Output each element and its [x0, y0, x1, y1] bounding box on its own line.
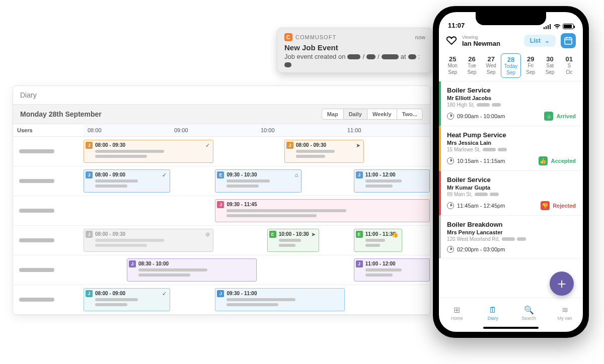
job-status-label: Arrived: [556, 113, 576, 119]
job-title: Boiler Breakdown: [447, 221, 576, 228]
date-number: 25: [443, 55, 462, 63]
notification-app: C COMMUSOFT: [284, 33, 336, 41]
redacted-text: [382, 54, 399, 59]
event-type-badge: E: [217, 171, 224, 178]
job-status-label: Rejected: [553, 203, 576, 209]
sent-icon: ➤: [356, 142, 360, 149]
diary-event[interactable]: E09:30 - 10:30⌂: [215, 169, 301, 193]
nav-icon: 🔍: [511, 305, 547, 315]
job-card[interactable]: Boiler ServiceMr Elliott Jacobs180 High …: [439, 81, 583, 126]
nav-label: Diary: [488, 316, 498, 321]
event-type-badge: J: [129, 260, 136, 267]
thumb-up-icon: 👍: [392, 231, 399, 238]
event-time: 08:00 - 09:30: [95, 142, 125, 148]
user-cell: [13, 196, 84, 225]
job-card[interactable]: Heat Pump ServiceMrs Jessica Lain15 Marl…: [439, 126, 583, 171]
job-title: Boiler Service: [447, 176, 576, 184]
diary-event[interactable]: J08:00 - 09:30➤: [284, 140, 364, 163]
nav-my-van[interactable]: ≋My van: [547, 305, 583, 321]
time-col: 10:00: [257, 124, 343, 136]
diary-row: J08:00 - 09:30⊘E10:00 - 10:30➤E11:00 - 1…: [13, 226, 430, 255]
nav-home[interactable]: ⊞Home: [439, 305, 475, 321]
redacted-text: [226, 179, 269, 183]
diary-event[interactable]: J09:30 - 11:45: [215, 199, 430, 222]
commusoft-logo-icon: C: [284, 33, 292, 41]
view-tab-daily[interactable]: Daily: [344, 109, 367, 120]
event-time: 08:00 - 09:00: [95, 291, 125, 296]
event-time: 10:00 - 10:30: [279, 231, 309, 237]
redacted-text: [226, 214, 316, 217]
notification-body: Job event created on // at :: [284, 53, 425, 67]
redacted-text: [483, 148, 496, 151]
date-cell[interactable]: 01SOc: [560, 53, 579, 78]
date-cell[interactable]: 28TodaySep: [501, 53, 521, 78]
job-card[interactable]: Boiler ServiceMr Kumar Gupta89 Main St, …: [439, 171, 583, 216]
diary-event[interactable]: J08:00 - 09:30✓: [84, 140, 213, 163]
date-cell[interactable]: 26TueSep: [462, 53, 481, 78]
date-cell[interactable]: 30SatSep: [540, 53, 559, 78]
diary-row: J08:00 - 09:00✓J09:30 - 11:00: [13, 285, 430, 315]
redacted-user-name: [19, 298, 54, 302]
diary-event[interactable]: J08:30 - 10:00: [127, 258, 257, 282]
nav-icon: ⊞: [439, 305, 475, 315]
date-day: Tue: [462, 63, 481, 68]
user-cell: [13, 137, 84, 166]
date-day: S: [560, 63, 579, 68]
job-status-label: Accepted: [551, 158, 576, 164]
status-icon: 👍: [539, 156, 548, 165]
date-cell[interactable]: 25MonSep: [443, 53, 462, 78]
push-notification[interactable]: C COMMUSOFT now New Job Event Job event …: [277, 28, 433, 73]
job-customer: Mr Elliott Jacobs: [447, 95, 576, 101]
event-type-badge: J: [356, 260, 363, 267]
date-day: Fri: [521, 63, 540, 68]
view-tab-weekly[interactable]: Weekly: [367, 109, 397, 120]
view-tab-two[interactable]: Two...: [397, 109, 423, 120]
redacted-text: [365, 179, 402, 183]
calendar-button[interactable]: [561, 33, 576, 48]
phone-clock: 11:07: [448, 22, 465, 29]
event-type-badge: J: [86, 171, 93, 178]
event-time: 11:00 - 12:00: [365, 172, 396, 177]
diary-event[interactable]: J11:00 - 12:00: [354, 169, 430, 193]
job-customer: Mr Kumar Gupta: [447, 185, 576, 191]
date-strip[interactable]: 25MonSep26TueSep27WedSep28TodaySep29FriS…: [439, 53, 583, 78]
diary-event[interactable]: J08:00 - 09:30⊘: [84, 229, 213, 252]
redacted-text: [279, 239, 301, 242]
notification-title: New Job Event: [284, 43, 425, 52]
job-card[interactable]: Boiler BreakdownMrs Penny Lancaster120 W…: [439, 216, 583, 258]
home-icon: ⌂: [295, 172, 298, 178]
redacted-text: [477, 103, 490, 107]
date-cell[interactable]: 29FriSep: [521, 53, 540, 78]
app-header: Viewing Ian Newman List ⌄: [439, 30, 583, 53]
diary-event[interactable]: J09:30 - 11:00: [215, 288, 345, 311]
time-col: 11:00: [343, 124, 430, 136]
date-cell[interactable]: 27WedSep: [482, 53, 501, 78]
event-time: 09:30 - 11:45: [226, 202, 257, 207]
job-customer: Mrs Jessica Lain: [447, 140, 576, 146]
job-list[interactable]: Boiler ServiceMr Elliott Jacobs180 High …: [439, 81, 583, 298]
nav-search[interactable]: 🔍Search: [511, 305, 547, 321]
viewing-user[interactable]: Viewing Ian Newman: [462, 35, 519, 47]
date-day: Mon: [443, 63, 462, 68]
job-title: Heat Pump Service: [447, 131, 576, 139]
event-type-badge: J: [356, 171, 363, 178]
job-time: 02:00pm - 03:00pm: [447, 246, 505, 253]
diary-event[interactable]: J08:00 - 09:00✓: [84, 288, 170, 311]
event-type-badge: J: [217, 290, 224, 297]
add-button[interactable]: ＋: [550, 271, 574, 296]
diary-event[interactable]: J11:00 - 12:00: [354, 258, 430, 282]
favorite-icon[interactable]: [446, 36, 457, 45]
nav-diary[interactable]: 🗓Diary: [475, 306, 511, 321]
diary-event[interactable]: J08:00 - 09:00✓: [84, 169, 170, 193]
viewing-name: Ian Newman: [462, 40, 519, 47]
diary-event[interactable]: E10:00 - 10:30➤: [267, 229, 319, 252]
view-tab-map[interactable]: Map: [322, 109, 344, 120]
date-month: Sep: [521, 69, 540, 75]
chevron-down-icon: ⌄: [545, 37, 550, 44]
date-number: 28: [501, 56, 520, 63]
diary-event[interactable]: E11:00 - 11:30👍: [354, 229, 402, 252]
list-view-dropdown[interactable]: List ⌄: [524, 35, 556, 47]
battery-icon: [563, 24, 574, 29]
job-address: 120 West Moorland Rd,: [447, 236, 576, 242]
diary-row: J08:00 - 09:30✓J08:00 - 09:30➤: [13, 137, 430, 166]
